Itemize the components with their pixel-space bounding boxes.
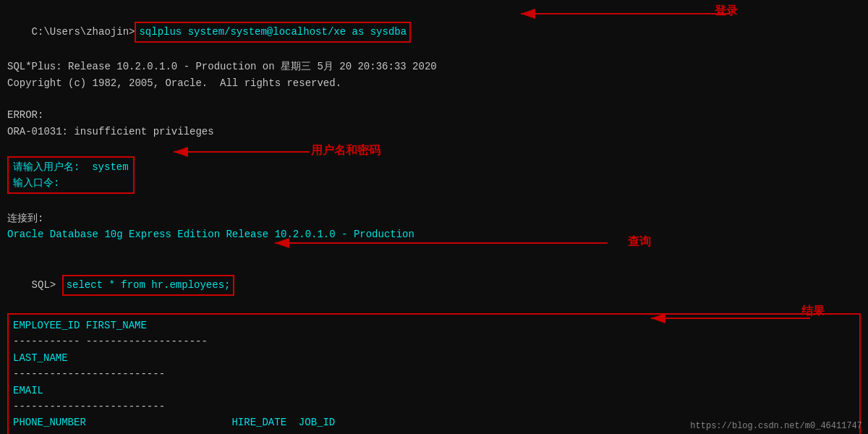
result-sep1: ----------- -------------------- (13, 333, 855, 349)
line-username: 请输入用户名: system (13, 159, 129, 175)
line-blank2 (7, 140, 861, 156)
result-block: EMPLOYEE_ID FIRST_NAME ----------- -----… (7, 313, 861, 434)
result-sep2: ------------------------- (13, 366, 855, 382)
credentials-box: 请输入用户名: system 输入口令: (7, 156, 135, 195)
line-version: SQL*Plus: Release 10.2.0.1.0 - Productio… (7, 59, 861, 75)
line-copyright: Copyright (c) 1982, 2005, Oracle. All ri… (7, 75, 861, 91)
line-error-label: ERROR: (7, 107, 861, 123)
line-oracle-version: Oracle Database 10g Express Edition Rele… (7, 226, 861, 242)
result-header1: EMPLOYEE_ID FIRST_NAME (13, 318, 855, 333)
result-header3: EMAIL (13, 383, 855, 399)
result-sep3: ------------------------- (13, 399, 855, 414)
result-sep4: -------------------- --------- ---------… (13, 431, 855, 434)
terminal-window: C:\Users\zhaojin>sqlplus system/system@l… (0, 0, 868, 434)
line-connect-label: 连接到: (7, 210, 861, 226)
line-blank1 (7, 91, 861, 107)
line-sql-prompt: SQL> select * from hr.employees; (7, 259, 861, 312)
sql-query: select * from hr.employees; (62, 275, 235, 295)
line-blank4 (7, 242, 861, 258)
line-error-msg: ORA-01031: insufficient privileges (7, 124, 861, 140)
sql-prompt: SQL> (32, 279, 62, 291)
line-password: 输入口令: (13, 175, 129, 191)
result-header2: LAST_NAME (13, 350, 855, 366)
line-command: C:\Users\zhaojin>sqlplus system/system@l… (7, 6, 861, 59)
footer-url: https://blog.csdn.net/m0_46411747 (690, 421, 862, 431)
line-blank3 (7, 194, 861, 210)
sqlplus-command: sqlplus system/system@localhost/xe as sy… (135, 22, 411, 42)
prompt: C:\Users\zhaojin> (32, 26, 135, 38)
